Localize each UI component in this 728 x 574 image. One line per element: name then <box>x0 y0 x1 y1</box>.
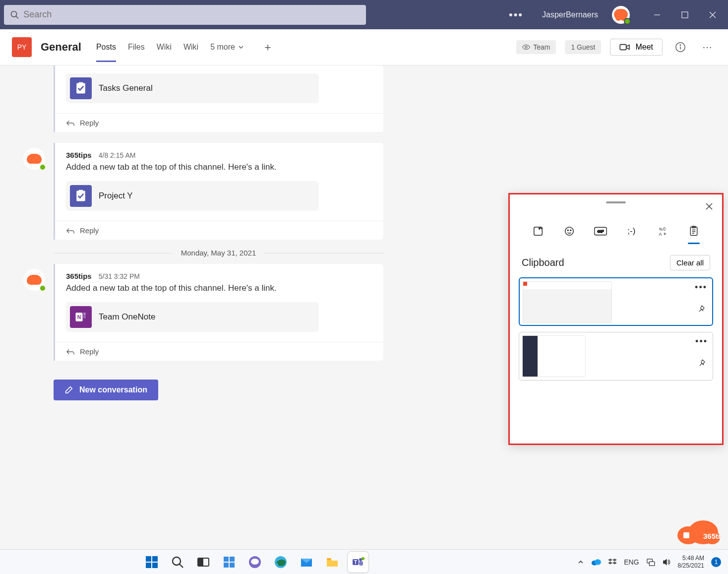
panel-tab-emoji[interactable] <box>559 221 579 241</box>
tab-wiki-2[interactable]: Wiki <box>183 33 198 62</box>
taskbar-app-explorer[interactable] <box>321 551 343 573</box>
eye-icon <box>522 43 530 51</box>
guest-pill[interactable]: 1 Guest <box>565 40 601 54</box>
channel-tabs: Posts Files Wiki Wiki 5 more ＋ <box>96 33 276 62</box>
start-button[interactable] <box>141 551 163 573</box>
taskbar-app-chat[interactable] <box>244 551 266 573</box>
author-avatar[interactable] <box>23 148 45 170</box>
taskbar-app-teams[interactable]: T <box>347 551 369 573</box>
meet-button[interactable]: Meet <box>610 39 663 56</box>
svg-line-46 <box>180 564 183 568</box>
clipboard-thumbnail <box>523 281 612 323</box>
presence-available-icon <box>39 164 46 171</box>
clipboard-item-pin[interactable] <box>698 359 706 369</box>
search-input[interactable] <box>23 9 360 20</box>
clipboard-clear-all-button[interactable]: Clear all <box>670 255 710 270</box>
chevron-up-icon <box>577 559 584 566</box>
author-name[interactable]: 365tips <box>66 272 92 280</box>
tab-link-card[interactable]: N Team OneNote <box>66 302 319 332</box>
svg-rect-66 <box>649 562 655 566</box>
tab-wiki[interactable]: Wiki <box>157 33 172 62</box>
minimize-button[interactable] <box>646 5 668 25</box>
clipboard-item-more[interactable]: ••• <box>695 282 707 293</box>
tray-overflow[interactable] <box>577 559 584 566</box>
tray-language[interactable]: ENG <box>624 558 639 566</box>
svg-point-54 <box>251 559 259 565</box>
channel-info-button[interactable] <box>671 38 689 56</box>
panel-tab-kaomoji[interactable]: ;-) <box>621 221 641 241</box>
windows-icon <box>145 555 159 569</box>
username-label: JasperBernaers <box>536 10 604 19</box>
tab-link-card[interactable]: Tasks General <box>66 73 319 103</box>
clipboard-item-pin[interactable] <box>697 305 705 315</box>
svg-point-6 <box>525 46 527 48</box>
mail-icon <box>300 555 313 569</box>
tab-files[interactable]: Files <box>128 33 145 62</box>
tray-onedrive[interactable] <box>591 559 601 566</box>
panel-tab-gif[interactable]: GIF <box>591 221 610 241</box>
clipboard-item[interactable]: ••• <box>519 277 713 326</box>
tray-dropbox[interactable] <box>608 558 617 566</box>
presence-available-icon <box>624 18 631 25</box>
message-thread: 365tips 4/8 2:15 AM Added a new tab at t… <box>54 143 383 240</box>
widgets-button[interactable] <box>218 551 240 573</box>
author-avatar[interactable] <box>23 269 45 291</box>
svg-rect-18 <box>83 316 85 318</box>
taskbar-app-edge[interactable] <box>270 551 292 573</box>
svg-point-24 <box>567 230 568 231</box>
reply-button[interactable]: Reply <box>55 342 383 361</box>
meet-label: Meet <box>635 43 653 52</box>
panel-tab-clipboard[interactable] <box>684 221 704 241</box>
svg-point-45 <box>173 557 181 565</box>
tab-posts[interactable]: Posts <box>96 33 116 62</box>
titlebar-more-button[interactable]: ••• <box>501 8 531 21</box>
search-box[interactable] <box>4 5 366 25</box>
panel-tab-recent[interactable] <box>528 221 548 241</box>
search-icon <box>171 555 184 569</box>
panel-drag-handle[interactable] <box>606 201 626 203</box>
tray-network[interactable] <box>646 558 655 566</box>
channel-more-button[interactable]: ⋯ <box>698 38 716 56</box>
tasks-app-icon <box>70 77 92 99</box>
taskbar-app-mail[interactable] <box>296 551 317 573</box>
tasks-app-icon <box>70 185 92 207</box>
compose-icon <box>64 385 73 394</box>
add-tab-button[interactable]: ＋ <box>260 39 276 55</box>
svg-rect-41 <box>146 556 151 562</box>
org-team-pill[interactable]: Team <box>516 40 556 54</box>
tab-more-dropdown[interactable]: 5 more <box>210 43 244 52</box>
reply-button[interactable]: Reply <box>55 113 383 132</box>
svg-rect-42 <box>152 556 158 562</box>
onedrive-icon <box>591 559 601 566</box>
svg-rect-52 <box>230 563 235 568</box>
message-timestamp: 5/31 3:32 PM <box>99 272 140 280</box>
panel-tab-symbols[interactable]: %©A+ <box>653 221 672 241</box>
task-view-button[interactable] <box>192 551 214 573</box>
svg-rect-57 <box>327 558 331 560</box>
taskbar-search[interactable] <box>167 551 188 573</box>
close-button[interactable] <box>701 5 724 25</box>
message-thread: 365tips 5/31 3:32 PM Added a new tab at … <box>54 264 383 361</box>
tab-link-card[interactable]: Project Y <box>66 181 319 211</box>
reply-button[interactable]: Reply <box>55 221 383 240</box>
svg-rect-40 <box>683 532 689 538</box>
tray-notifications[interactable]: 1 <box>711 557 721 567</box>
365tips-badge[interactable]: 365tips <box>673 515 721 545</box>
clipboard-item-more[interactable]: ••• <box>695 336 708 347</box>
clipboard-item[interactable]: ••• <box>519 332 713 381</box>
search-icon <box>10 10 19 20</box>
tray-volume[interactable] <box>662 558 671 566</box>
panel-close-button[interactable] <box>703 200 715 212</box>
clipboard-title: Clipboard <box>522 257 564 268</box>
svg-rect-14 <box>79 190 83 192</box>
author-name[interactable]: 365tips <box>66 151 92 159</box>
svg-line-1 <box>16 16 18 18</box>
channel-header: PY General Posts Files Wiki Wiki 5 more … <box>0 29 728 65</box>
tray-clock[interactable]: 5:48 AM 8/25/2021 <box>678 555 704 570</box>
new-conversation-button[interactable]: New conversation <box>54 380 158 400</box>
clipboard-thumbnail <box>522 335 586 377</box>
user-avatar[interactable] <box>612 6 630 24</box>
svg-rect-17 <box>83 313 85 315</box>
pin-icon <box>697 305 705 313</box>
maximize-button[interactable] <box>673 5 696 25</box>
